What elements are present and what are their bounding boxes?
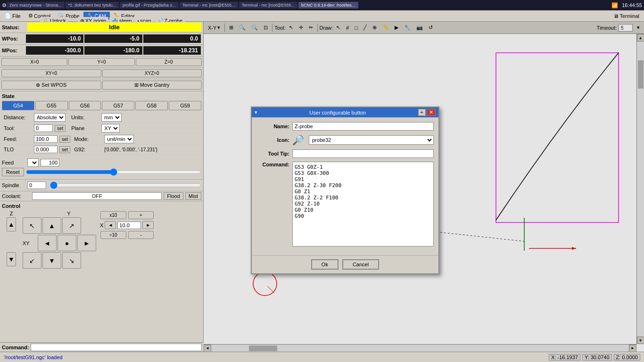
g54-button[interactable]: G54 <box>2 101 34 110</box>
feed-row: Feed <box>2 158 201 167</box>
x-label: X <box>100 222 103 228</box>
flood-button[interactable]: Flood <box>164 192 183 200</box>
step-input[interactable] <box>117 222 141 229</box>
spindle-section: Spindle <box>0 180 203 191</box>
status-label: Status: <box>2 25 25 30</box>
modal-overlay: ▾ User configurable button + ✕ Name: Ico… <box>204 22 644 352</box>
y-coord: Y: 30.0740 <box>582 354 612 361</box>
spindle-input[interactable] <box>27 181 46 189</box>
plus-button[interactable]: + <box>128 211 154 219</box>
tab-bcnc[interactable]: bCNC 0.9.14-dev: /root/tes... <box>298 2 358 8</box>
modal-collapse-icon: ▾ <box>255 109 257 115</box>
control-icon: ⚙ <box>28 13 33 19</box>
modal-title: User configurable button <box>309 110 366 115</box>
center-button[interactable]: ● <box>58 235 76 251</box>
z-up-button[interactable]: ▲ <box>7 217 16 231</box>
control-label: Control <box>2 203 20 209</box>
tool-input[interactable] <box>34 124 53 132</box>
modal-icon-select[interactable]: probe32 <box>309 135 434 145</box>
tab-dokument[interactable]: *2. dokument bez tytułu... <box>66 2 119 8</box>
plane-select[interactable]: XY <box>101 124 120 132</box>
y0-button[interactable]: Y=0 <box>68 58 134 66</box>
y-nw-button[interactable]: ↖ <box>23 217 41 234</box>
units-select[interactable]: mm <box>101 113 122 122</box>
reset-feed-button[interactable]: Reset <box>2 168 24 176</box>
modal-tooltip-input[interactable] <box>292 149 434 158</box>
mode-select[interactable]: unit/min <box>104 135 134 143</box>
y-row1: ↖ ▲ ↗ <box>23 217 96 234</box>
g59-button[interactable]: G59 <box>169 101 201 110</box>
tab-terminal1[interactable]: Terminal - mc [root@E555... <box>180 2 238 8</box>
menu-file[interactable]: 📄 File <box>1 12 25 20</box>
xy0-button[interactable]: XY=0 <box>1 69 101 77</box>
command-label: Command: <box>2 345 29 350</box>
feed-section-label: Feed <box>2 160 25 165</box>
modal-command-textarea[interactable]: G53 G0Z-1 G53 G0X-300 G91 G38.2 Z-30 F20… <box>292 162 434 247</box>
x-plus-button[interactable]: ► <box>142 221 154 229</box>
status-bar: '/root/testG91.ngc' loaded X: -16.1937 Y… <box>0 352 644 362</box>
network-icon: 📶 <box>611 2 618 8</box>
modal-maximize-button[interactable]: + <box>418 109 426 116</box>
g56-button[interactable]: G56 <box>69 101 101 110</box>
step-column: x10 + X ◄ ► ÷10 - <box>100 211 154 269</box>
coolant-label: Coolant: <box>2 193 30 199</box>
feed-input-state[interactable] <box>34 135 58 143</box>
tool-label: Tool: <box>4 125 32 131</box>
modal-close-button[interactable]: ✕ <box>427 109 436 116</box>
feed-slider[interactable] <box>26 168 201 176</box>
command-input[interactable] <box>31 344 202 351</box>
y-ne-button[interactable]: ↗ <box>62 217 81 234</box>
wpos-label: WPos: <box>2 36 25 41</box>
x-left-button[interactable]: ◄ <box>38 235 57 251</box>
x0-button[interactable]: X=0 <box>1 58 67 66</box>
y-se-button[interactable]: ↘ <box>62 252 81 269</box>
tool-set-button[interactable]: set <box>55 125 66 132</box>
feed-value[interactable] <box>41 159 59 166</box>
units-label: Units: <box>71 115 99 120</box>
tlo-g92-row: TLO set G92: ['0.000', '0.000', '-17.231… <box>2 145 201 155</box>
minus-button[interactable]: - <box>128 231 154 239</box>
tlo-set-button[interactable]: set <box>59 146 70 153</box>
z-label: Z <box>10 211 13 216</box>
modal-name-label: Name: <box>256 123 289 129</box>
modal-dialog: ▾ User configurable button + ✕ Name: Ico… <box>251 107 439 274</box>
y-down-button[interactable]: ▼ <box>42 252 61 269</box>
mist-button[interactable]: Mist <box>185 192 201 200</box>
titlebar: ⚙ Zero maszynowe - Strona... *2. dokumen… <box>0 0 644 10</box>
tlo-label: TLO <box>4 147 32 152</box>
div10-button[interactable]: ÷10 <box>100 231 126 239</box>
mult10-button[interactable]: x10 <box>100 211 126 219</box>
left-panel: Status: Idle WPos: -10.0 -5.0 0.0 MPos: … <box>0 22 204 352</box>
spindle-slider[interactable] <box>50 181 201 189</box>
x-minus-button[interactable]: ◄ <box>105 221 116 229</box>
y-row3: ↙ ▼ ↘ <box>23 252 96 269</box>
modal-ok-button[interactable]: Ok <box>311 259 339 270</box>
feed-set-button[interactable]: set <box>59 136 70 143</box>
tab-zero-maszynowe[interactable]: Zero maszynowe - Strona... <box>7 2 65 8</box>
x-right-button[interactable]: ► <box>77 235 96 251</box>
tab-terminal2[interactable]: Terminal - mc [root@E555... <box>239 2 297 8</box>
canvas-area: X-Y ▾ ⊞ 🔍 🔍 ⊡ Tool: ↖ ✛ ✏ Draw: ↖ # □ ╱ … <box>204 22 644 352</box>
titlebar-tabs[interactable]: Zero maszynowe - Strona... *2. dokument … <box>7 2 611 8</box>
feed-dropdown[interactable] <box>27 158 39 167</box>
xy-row2: XY ◄ ● ► <box>23 235 96 251</box>
set-wpos-button[interactable]: ⊕ Set WPOS <box>1 81 101 90</box>
move-gantry-button[interactable]: ⊞ Move Gantry <box>102 81 202 90</box>
g58-button[interactable]: G58 <box>135 101 168 110</box>
z-down-button[interactable]: ▼ <box>7 252 16 266</box>
modal-name-input[interactable] <box>292 122 434 131</box>
y-up-button[interactable]: ▲ <box>42 217 61 234</box>
tlo-input[interactable] <box>34 146 58 153</box>
state-label: State <box>2 93 201 99</box>
g55-button[interactable]: G55 <box>35 101 68 110</box>
modal-controls: + ✕ <box>418 109 436 116</box>
modal-titlebar: ▾ User configurable button + ✕ <box>252 107 438 117</box>
y-sw-button[interactable]: ↙ <box>23 252 41 269</box>
modal-cancel-button[interactable]: Cancel <box>342 259 379 270</box>
xyz0-button[interactable]: XYZ=0 <box>102 69 202 77</box>
tab-profile[interactable]: profile.gif - Przeglądarka o... <box>120 2 179 8</box>
z0-button[interactable]: Z=0 <box>136 58 202 66</box>
menu-terminal[interactable]: 🖥 Terminal <box>610 12 643 20</box>
distance-select[interactable]: Absolute <box>34 113 66 122</box>
g57-button[interactable]: G57 <box>102 101 134 110</box>
